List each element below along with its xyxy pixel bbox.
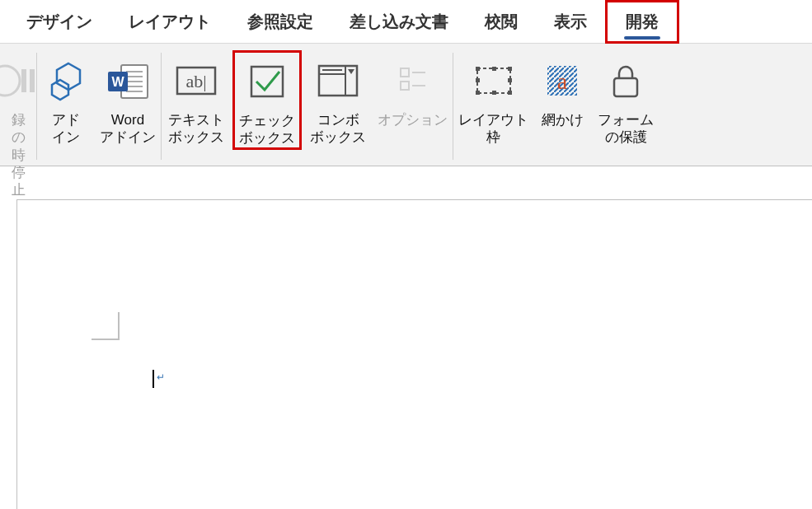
svg-text:ab|: ab|	[185, 71, 206, 91]
svg-rect-2	[30, 69, 35, 92]
tab-layout[interactable]: レイアウト	[110, 2, 229, 41]
svg-rect-28	[508, 67, 512, 71]
options-button[interactable]: オプション	[373, 50, 453, 128]
options-label: オプション	[378, 111, 448, 128]
combobox-control-label: コンボボックス	[310, 111, 366, 147]
lock-icon	[609, 54, 642, 108]
word-addins-label: Wordアドイン	[100, 111, 156, 147]
svg-rect-31	[508, 91, 512, 95]
options-icon	[396, 54, 430, 108]
tab-mailings[interactable]: 差し込み文書	[331, 2, 467, 41]
svg-rect-26	[476, 67, 480, 71]
svg-rect-30	[492, 91, 496, 95]
combobox-icon	[316, 54, 360, 108]
combobox-control-button[interactable]: コンボボックス	[303, 50, 373, 147]
shading-icon: a	[544, 54, 580, 108]
shading-button[interactable]: a 網かけ	[533, 50, 591, 128]
word-addins-button[interactable]: W Wordアドイン	[95, 50, 161, 147]
tab-design[interactable]: デザイン	[8, 2, 110, 41]
addins-label: アドイン	[52, 111, 80, 147]
tab-references[interactable]: 参照設定	[229, 2, 331, 41]
svg-marker-20	[348, 69, 354, 74]
document-page[interactable]: ↵	[16, 199, 812, 509]
svg-text:W: W	[111, 75, 124, 89]
svg-marker-4	[52, 80, 68, 100]
tab-review[interactable]: 校閲	[467, 2, 536, 41]
record-stop-icon	[0, 54, 36, 108]
ribbon-toolbar: 録の時停止 アドイン W	[0, 43, 812, 166]
svg-rect-15	[251, 67, 283, 96]
svg-point-0	[0, 66, 20, 96]
paragraph-mark-icon: ↵	[157, 371, 165, 383]
protect-form-label: フォームの保護	[598, 111, 654, 147]
textbox-control-label: テキストボックス	[168, 111, 224, 147]
textbox-control-button[interactable]: ab| テキストボックス	[162, 50, 231, 147]
svg-rect-27	[492, 67, 496, 71]
svg-rect-29	[476, 91, 480, 95]
layout-frame-label: レイアウト枠	[458, 111, 528, 147]
layout-frame-button[interactable]: レイアウト枠	[453, 50, 533, 147]
tab-view[interactable]: 表示	[536, 2, 605, 41]
svg-rect-1	[21, 69, 26, 92]
svg-rect-25	[477, 68, 510, 93]
textbox-icon: ab|	[174, 54, 218, 108]
tab-developer[interactable]: 開発	[605, 0, 679, 44]
layout-frame-icon	[472, 54, 515, 108]
checkbox-icon	[245, 54, 289, 109]
svg-rect-32	[476, 78, 480, 82]
svg-text:a: a	[557, 68, 568, 94]
word-addin-icon: W	[105, 54, 151, 108]
stop-recording-label: 録の時停止	[5, 111, 31, 198]
hexagon-addin-icon	[45, 54, 87, 108]
protect-form-button[interactable]: フォームの保護	[591, 50, 660, 147]
svg-rect-37	[614, 78, 637, 96]
checkbox-control-button[interactable]: チェックボックス	[232, 50, 302, 150]
ribbon-tabs: デザイン レイアウト 参照設定 差し込み文書 校閲 表示 開発	[0, 0, 812, 43]
stop-recording-button[interactable]: 録の時停止	[0, 50, 36, 198]
addins-button[interactable]: アドイン	[37, 50, 95, 147]
svg-rect-23	[401, 82, 409, 90]
checkbox-control-label: チェックボックス	[239, 112, 295, 147]
svg-rect-33	[508, 78, 512, 82]
text-cursor	[153, 370, 154, 388]
shading-label: 網かけ	[542, 111, 584, 128]
svg-rect-21	[401, 68, 409, 77]
